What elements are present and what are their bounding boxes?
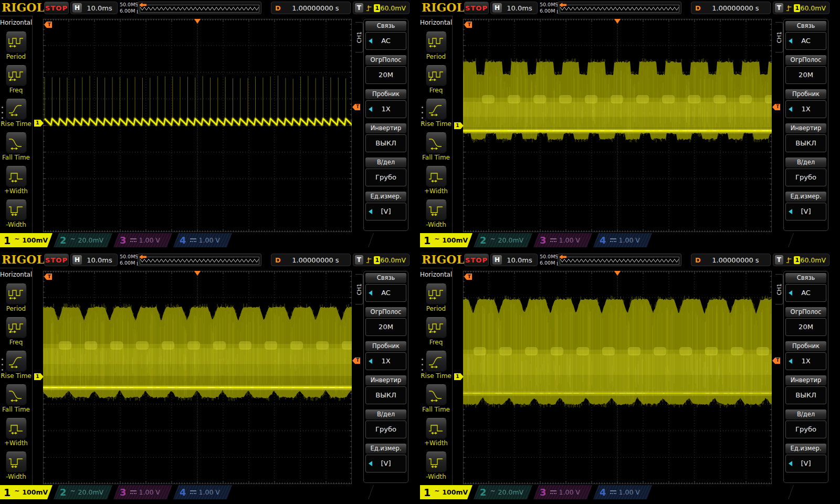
channel-2-tab[interactable]: 2~20.0mV	[474, 485, 532, 499]
menu-item-header[interactable]: В/дел	[365, 158, 406, 167]
channel-1-tab[interactable]: 1~100mVB	[0, 485, 52, 499]
sidebar-item-period[interactable]: Period	[0, 32, 32, 60]
sidebar-item--width[interactable]: +Width	[420, 166, 452, 195]
menu-item-header[interactable]: Связь	[785, 21, 826, 31]
menu-item-header[interactable]: ОгрПолос	[365, 307, 406, 317]
menu-item-6[interactable]: Ед.измер.[V]	[365, 444, 406, 472]
menu-item-1[interactable]: СвязьAC	[365, 21, 406, 50]
menu-item-header[interactable]: В/дел	[785, 158, 826, 167]
plus-width-icon[interactable]	[426, 166, 447, 187]
menu-item-value[interactable]: 20M	[785, 66, 826, 84]
menu-item-5[interactable]: В/делГрубо	[365, 410, 406, 438]
menu-item-value[interactable]: [V]	[785, 455, 826, 472]
channel-2-tab[interactable]: 2~20.0mV	[474, 233, 532, 247]
channel-3-tab[interactable]: 31.00 V	[533, 233, 592, 247]
menu-item-5[interactable]: В/делГрубо	[365, 158, 406, 186]
menu-item-header[interactable]: Связь	[365, 273, 406, 283]
sidebar-item-freq[interactable]: Freq	[0, 65, 32, 94]
channel-4-tab[interactable]: 41.00 V	[173, 485, 232, 499]
menu-item-header[interactable]: В/дел	[365, 410, 406, 419]
channel-1-tab[interactable]: 1~100mVB	[420, 233, 472, 247]
sidebar-item--width[interactable]: +Width	[0, 418, 32, 447]
trigger-level-marker[interactable]: T	[772, 104, 780, 110]
fall-time-icon[interactable]	[426, 384, 447, 405]
menu-item-3[interactable]: Пробник1X	[365, 89, 406, 118]
sidebar-item-fall-time[interactable]: Fall Time	[0, 132, 32, 161]
menu-item-value[interactable]: 20M	[365, 66, 406, 84]
sidebar-item--width[interactable]: -Width	[0, 200, 32, 228]
menu-item-header[interactable]: В/дел	[785, 410, 826, 419]
menu-item-value[interactable]: ВЫКЛ	[365, 386, 406, 404]
menu-item-4[interactable]: ИнвертирВЫКЛ	[785, 375, 826, 404]
trigger-position-triangle[interactable]	[194, 271, 201, 276]
menu-item-header[interactable]: Ед.измер.	[785, 192, 826, 202]
menu-item-value[interactable]: ВЫКЛ	[785, 134, 826, 152]
menu-item-value[interactable]: 20M	[365, 318, 406, 336]
menu-item-value[interactable]: AC	[365, 32, 406, 50]
trigger-position-triangle[interactable]	[614, 19, 621, 24]
sidebar-item-freq[interactable]: Freq	[420, 317, 452, 346]
rise-time-icon[interactable]	[6, 99, 27, 120]
period-icon[interactable]	[6, 32, 27, 52]
channel-2-tab[interactable]: 2~20.0mV	[54, 485, 112, 499]
sidebar-item-fall-time[interactable]: Fall Time	[420, 132, 452, 161]
menu-item-header[interactable]: Пробник	[365, 341, 406, 351]
trigger-level-marker[interactable]: T	[352, 358, 360, 364]
sidebar-item--width[interactable]: -Width	[420, 452, 452, 480]
minus-width-icon[interactable]	[426, 200, 447, 220]
channel1-ground-marker[interactable]: 1	[34, 120, 44, 127]
period-icon[interactable]	[426, 32, 447, 52]
channel1-ground-marker[interactable]: 1	[454, 373, 464, 380]
menu-item-header[interactable]: Связь	[365, 21, 406, 31]
menu-item-2[interactable]: ОгрПолос20M	[365, 55, 406, 84]
menu-item-4[interactable]: ИнвертирВЫКЛ	[365, 123, 406, 152]
menu-item-value[interactable]: 1X	[785, 352, 826, 370]
menu-item-6[interactable]: Ед.измер.[V]	[785, 444, 826, 472]
sidebar-item-period[interactable]: Period	[420, 32, 452, 60]
channel-4-tab[interactable]: 41.00 V	[593, 233, 652, 247]
sidebar-item-fall-time[interactable]: Fall Time	[0, 384, 32, 413]
trigger-level-marker[interactable]: T	[772, 358, 780, 364]
period-icon[interactable]	[426, 284, 447, 304]
rise-time-icon[interactable]	[426, 351, 447, 372]
menu-item-header[interactable]: Ед.измер.	[365, 444, 406, 454]
menu-item-3[interactable]: Пробник1X	[365, 341, 406, 370]
sidebar-item--width[interactable]: +Width	[0, 166, 32, 195]
menu-item-value[interactable]: 20M	[785, 318, 826, 336]
channel-3-tab[interactable]: 31.00 V	[113, 485, 172, 499]
channel1-ground-marker[interactable]: 1	[34, 373, 44, 380]
menu-item-value[interactable]: AC	[365, 284, 406, 302]
fall-time-icon[interactable]	[6, 132, 27, 153]
menu-item-5[interactable]: В/делГрубо	[785, 410, 826, 438]
menu-item-value[interactable]: AC	[785, 32, 826, 50]
menu-item-header[interactable]: Пробник	[365, 89, 406, 99]
channel-4-tab[interactable]: 41.00 V	[173, 233, 232, 247]
plus-width-icon[interactable]	[6, 166, 27, 187]
menu-item-header[interactable]: ОгрПолос	[785, 55, 826, 65]
menu-item-6[interactable]: Ед.измер.[V]	[365, 192, 406, 220]
fall-time-icon[interactable]	[426, 132, 447, 153]
freq-icon[interactable]	[6, 317, 27, 338]
menu-item-header[interactable]: Инвертир	[365, 375, 406, 385]
menu-item-value[interactable]: Грубо	[365, 421, 406, 438]
menu-item-value[interactable]: Грубо	[365, 169, 406, 186]
trigger-position-triangle[interactable]	[614, 271, 621, 276]
menu-item-value[interactable]: AC	[785, 284, 826, 302]
menu-item-value[interactable]: [V]	[785, 203, 826, 220]
sidebar-item-rise-time[interactable]: Rise Time	[0, 99, 32, 128]
channel-1-tab[interactable]: 1~100mVB	[0, 233, 52, 247]
menu-item-header[interactable]: Инвертир	[365, 123, 406, 133]
sidebar-item--width[interactable]: -Width	[0, 452, 32, 480]
sidebar-item-period[interactable]: Period	[420, 284, 452, 312]
sidebar-item-freq[interactable]: Freq	[0, 317, 32, 346]
minus-width-icon[interactable]	[426, 452, 447, 472]
channel-1-tab[interactable]: 1~100mVB	[420, 485, 472, 499]
sidebar-item-freq[interactable]: Freq	[420, 65, 452, 94]
menu-item-header[interactable]: ОгрПолос	[365, 55, 406, 65]
minus-width-icon[interactable]	[6, 452, 27, 472]
sidebar-item--width[interactable]: +Width	[420, 418, 452, 447]
sidebar-item-fall-time[interactable]: Fall Time	[420, 384, 452, 413]
menu-item-1[interactable]: СвязьAC	[365, 273, 406, 302]
fall-time-icon[interactable]	[6, 384, 27, 405]
menu-item-value[interactable]: [V]	[365, 203, 406, 220]
